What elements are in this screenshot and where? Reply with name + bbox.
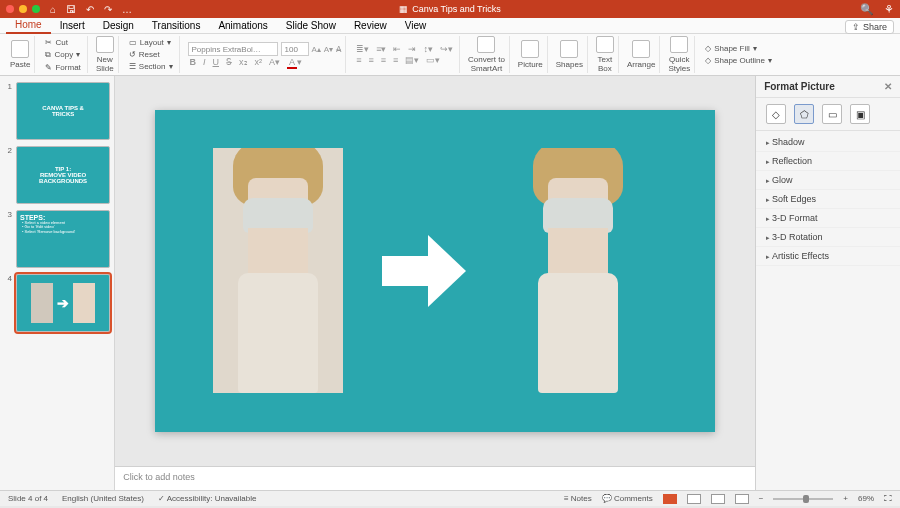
close-window-icon[interactable] — [6, 5, 14, 13]
picture-tab-icon[interactable]: ▣ — [850, 104, 870, 124]
highlight-button[interactable]: A▾ — [267, 57, 282, 67]
acc-3dformat[interactable]: 3-D Format — [756, 209, 900, 228]
subscript-button[interactable]: x₂ — [237, 57, 250, 67]
comments-toggle[interactable]: 💬 Comments — [602, 494, 653, 503]
indent-dec-button[interactable]: ⇤ — [391, 44, 403, 54]
effects-tab-icon[interactable]: ⬠ — [794, 104, 814, 124]
acc-reflection[interactable]: Reflection — [756, 152, 900, 171]
slide-canvas[interactable] — [115, 76, 755, 466]
justify-button[interactable]: ≡ — [391, 55, 400, 65]
account-icon[interactable]: ⚘ — [884, 3, 894, 16]
normal-view-button[interactable] — [663, 494, 677, 504]
acc-softedges[interactable]: Soft Edges — [756, 190, 900, 209]
save-icon[interactable]: 🖫 — [66, 4, 76, 15]
tab-insert[interactable]: Insert — [51, 18, 94, 33]
bullets-button[interactable]: ≣▾ — [354, 44, 371, 54]
indent-inc-button[interactable]: ⇥ — [406, 44, 418, 54]
notes-toggle[interactable]: ≡ Notes — [564, 494, 592, 503]
arrange-icon[interactable] — [632, 40, 650, 58]
section-button[interactable]: ☰ Section ▾ — [127, 61, 175, 72]
cut-button[interactable]: ✂ Cut — [43, 37, 69, 48]
tab-home[interactable]: Home — [6, 17, 51, 34]
zoom-slider[interactable] — [773, 498, 833, 500]
textbox-icon[interactable] — [596, 36, 614, 53]
search-icon[interactable]: 🔍 — [860, 3, 874, 16]
share-button[interactable]: ⇪Share — [845, 20, 894, 34]
tab-animations[interactable]: Animations — [209, 18, 276, 33]
align-left-button[interactable]: ≡ — [354, 55, 363, 65]
paste-button[interactable]: Paste — [10, 60, 30, 69]
align-center-button[interactable]: ≡ — [366, 55, 375, 65]
redo-icon[interactable]: ↷ — [104, 4, 112, 15]
undo-icon[interactable]: ↶ — [86, 4, 94, 15]
shapes-icon[interactable] — [560, 40, 578, 58]
text-direction-button[interactable]: ↪▾ — [438, 44, 455, 54]
photo-after-selected[interactable] — [513, 148, 643, 393]
arrow-icon[interactable] — [380, 230, 470, 310]
increase-font-icon[interactable]: A▴ — [312, 45, 321, 54]
superscript-button[interactable]: x² — [253, 57, 265, 67]
thumbnail-1[interactable]: CANVA TIPS & TRICKS — [16, 82, 110, 140]
reading-view-button[interactable] — [711, 494, 725, 504]
format-painter-button[interactable]: ✎ Format — [43, 62, 82, 73]
numbering-button[interactable]: ≡▾ — [374, 44, 388, 54]
picture-button[interactable]: Picture — [518, 60, 543, 69]
tab-transitions[interactable]: Transitions — [143, 18, 210, 33]
acc-3drotation[interactable]: 3-D Rotation — [756, 228, 900, 247]
acc-artistic[interactable]: Artistic Effects — [756, 247, 900, 266]
tab-review[interactable]: Review — [345, 18, 396, 33]
smartart-icon[interactable] — [477, 36, 495, 53]
more-icon[interactable]: … — [122, 4, 132, 15]
thumbnail-3[interactable]: STEPS: • Select a video element • Go to … — [16, 210, 110, 268]
language-label[interactable]: English (United States) — [62, 494, 144, 503]
fit-to-window-button[interactable]: ⛶ — [884, 494, 892, 503]
underline-button[interactable]: U — [211, 57, 222, 67]
shape-fill-button[interactable]: ◇ Shape Fill ▾ — [703, 43, 759, 54]
home-icon[interactable]: ⌂ — [50, 4, 56, 15]
font-color-button[interactable]: A▾ — [285, 57, 304, 67]
acc-shadow[interactable]: Shadow — [756, 133, 900, 152]
columns-button[interactable]: ▤▾ — [403, 55, 421, 65]
line-spacing-button[interactable]: ↕▾ — [421, 44, 435, 54]
italic-button[interactable]: I — [201, 57, 208, 67]
acc-glow[interactable]: Glow — [756, 171, 900, 190]
minimize-window-icon[interactable] — [19, 5, 27, 13]
tab-design[interactable]: Design — [94, 18, 143, 33]
maximize-window-icon[interactable] — [32, 5, 40, 13]
accessibility-label[interactable]: ✓ Accessibility: Unavailable — [158, 494, 257, 503]
zoom-out-button[interactable]: − — [759, 494, 764, 503]
new-slide-button[interactable]: New Slide — [96, 55, 114, 73]
zoom-in-button[interactable]: + — [843, 494, 848, 503]
bold-button[interactable]: B — [188, 57, 199, 67]
photo-before[interactable] — [213, 148, 343, 393]
traffic-lights[interactable] — [6, 5, 40, 13]
strike-button[interactable]: S̶ — [224, 57, 234, 67]
convert-smartart-button[interactable]: Convert to SmartArt — [468, 55, 505, 73]
thumbnail-2[interactable]: TIP 1: REMOVE VIDEO BACKGROUNDS — [16, 146, 110, 204]
copy-button[interactable]: ⧉ Copy ▾ — [43, 49, 82, 61]
new-slide-icon[interactable] — [96, 36, 114, 53]
paste-icon[interactable] — [11, 40, 29, 58]
close-pane-icon[interactable]: ✕ — [884, 81, 892, 92]
align-right-button[interactable]: ≡ — [379, 55, 388, 65]
shape-outline-button[interactable]: ◇ Shape Outline ▾ — [703, 55, 774, 66]
font-family-input[interactable] — [188, 42, 278, 56]
decrease-font-icon[interactable]: A▾ — [324, 45, 333, 54]
clear-format-icon[interactable]: A̶ — [336, 45, 341, 54]
thumbnail-4[interactable]: ➔ — [16, 274, 110, 332]
fill-tab-icon[interactable]: ◇ — [766, 104, 786, 124]
slide-thumbnails[interactable]: 1 CANVA TIPS & TRICKS 2 TIP 1: REMOVE VI… — [0, 76, 115, 490]
shapes-button[interactable]: Shapes — [556, 60, 583, 69]
tab-view[interactable]: View — [396, 18, 436, 33]
quickstyles-icon[interactable] — [670, 36, 688, 53]
align-text-button[interactable]: ▭▾ — [424, 55, 442, 65]
sorter-view-button[interactable] — [687, 494, 701, 504]
arrange-button[interactable]: Arrange — [627, 60, 655, 69]
quickstyles-button[interactable]: Quick Styles — [668, 55, 690, 73]
zoom-label[interactable]: 69% — [858, 494, 874, 503]
picture-icon[interactable] — [521, 40, 539, 58]
size-tab-icon[interactable]: ▭ — [822, 104, 842, 124]
notes-pane[interactable]: Click to add notes — [115, 466, 755, 490]
font-size-input[interactable] — [281, 42, 309, 56]
layout-button[interactable]: ▭ Layout ▾ — [127, 37, 173, 48]
